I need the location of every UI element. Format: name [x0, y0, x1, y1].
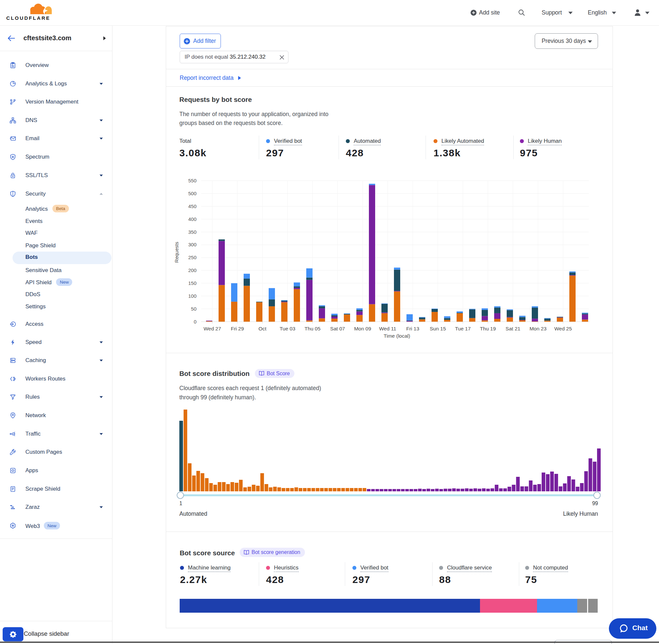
- svg-text:50: 50: [191, 306, 196, 312]
- svg-text:Thu 05: Thu 05: [305, 326, 321, 331]
- svg-text:Tue 17: Tue 17: [455, 326, 471, 331]
- svg-text:350: 350: [188, 229, 196, 235]
- svg-text:Sat 21: Sat 21: [506, 326, 521, 331]
- svg-text:Oct: Oct: [258, 326, 267, 331]
- svg-text:Requests: Requests: [174, 242, 179, 262]
- svg-text:Time (local): Time (local): [384, 333, 410, 339]
- svg-text:Sun 15: Sun 15: [429, 326, 446, 331]
- svg-text:400: 400: [188, 216, 196, 222]
- svg-text:Mon 23: Mon 23: [529, 326, 547, 331]
- svg-text:450: 450: [188, 204, 196, 209]
- svg-text:Wed 27: Wed 27: [204, 326, 221, 331]
- svg-text:Mon 09: Mon 09: [354, 326, 371, 331]
- svg-text:300: 300: [188, 242, 196, 247]
- svg-text:100: 100: [188, 293, 196, 299]
- svg-text:Fri 13: Fri 13: [406, 326, 419, 331]
- svg-text:Fri 29: Fri 29: [231, 326, 244, 331]
- svg-text:250: 250: [188, 255, 196, 260]
- svg-text:200: 200: [188, 268, 196, 273]
- svg-text:0: 0: [194, 319, 196, 324]
- svg-text:550: 550: [188, 178, 196, 183]
- svg-text:150: 150: [188, 280, 196, 286]
- svg-text:Wed 25: Wed 25: [554, 326, 572, 331]
- svg-text:500: 500: [188, 190, 196, 196]
- svg-text:CLOUDFLARE: CLOUDFLARE: [6, 15, 50, 21]
- svg-text:Thu 19: Thu 19: [480, 326, 496, 331]
- svg-text:Sat 07: Sat 07: [330, 326, 345, 331]
- svg-text:Wed 11: Wed 11: [379, 326, 396, 331]
- svg-text:Tue 03: Tue 03: [280, 326, 296, 331]
